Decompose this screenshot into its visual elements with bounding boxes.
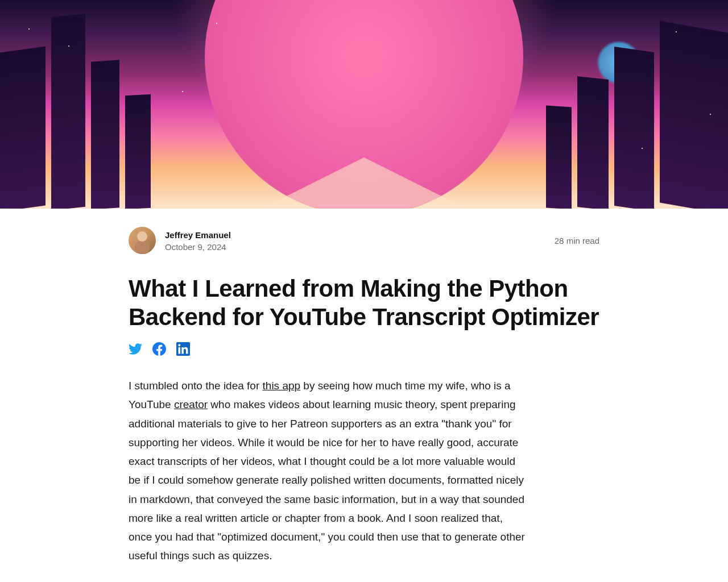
author-text: Jeffrey Emanuel October 9, 2024 — [165, 229, 231, 252]
hero-decor — [660, 20, 728, 209]
author-name: Jeffrey Emanuel — [165, 229, 231, 241]
body-text: who makes videos about learning music th… — [129, 398, 525, 562]
hero-decor — [91, 60, 119, 209]
hero-decor — [262, 157, 466, 209]
hero-decor — [577, 76, 609, 209]
hero-image — [0, 0, 728, 209]
creator-link[interactable]: creator — [174, 398, 208, 410]
hero-decor — [216, 23, 217, 24]
hero-decor — [51, 14, 85, 209]
article-content: Jeffrey Emanuel October 9, 2024 28 min r… — [129, 209, 599, 582]
page-title: What I Learned from Making the Python Ba… — [129, 275, 599, 331]
hero-decor — [546, 105, 572, 209]
hero-decor — [0, 46, 46, 209]
hero-decor — [614, 47, 654, 209]
read-time: 28 min read — [555, 236, 599, 246]
hero-decor — [125, 94, 151, 209]
body-text: I stumbled onto the idea for — [129, 380, 263, 392]
linkedin-icon[interactable] — [176, 342, 190, 356]
social-share-row — [129, 342, 599, 356]
author-block: Jeffrey Emanuel October 9, 2024 — [129, 227, 231, 254]
hero-decor — [28, 28, 30, 30]
hero-decor — [182, 91, 183, 92]
this-app-link[interactable]: this app — [263, 380, 301, 392]
post-date: October 9, 2024 — [165, 242, 231, 252]
article-paragraph: I stumbled onto the idea for this app by… — [129, 376, 527, 566]
facebook-icon[interactable] — [152, 342, 166, 356]
avatar — [129, 227, 156, 254]
twitter-icon[interactable] — [129, 342, 142, 356]
hero-decor — [710, 114, 711, 115]
hero-decor — [676, 31, 677, 32]
hero-decor — [68, 45, 69, 47]
meta-row: Jeffrey Emanuel October 9, 2024 28 min r… — [129, 227, 599, 254]
hero-decor — [642, 148, 643, 149]
